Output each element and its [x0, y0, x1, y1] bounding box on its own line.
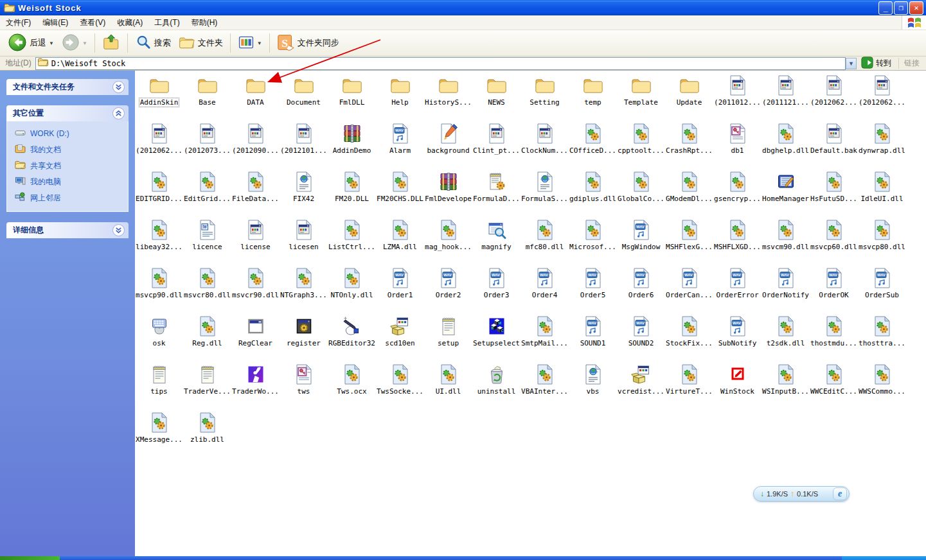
file-item[interactable]: msvcm90.dll	[761, 218, 810, 266]
file-item[interactable]: (2011121...	[761, 73, 810, 121]
file-item[interactable]: HistoryS...	[424, 73, 472, 121]
file-item[interactable]: EditGrid...	[183, 170, 231, 218]
file-item[interactable]: SmtpMail...	[521, 314, 569, 362]
file-item[interactable]: dbghelp.dll	[761, 121, 810, 170]
file-item[interactable]: FmlDevelope	[424, 170, 472, 218]
file-item[interactable]: WAVMsgWindow	[617, 218, 665, 266]
file-item[interactable]: background	[424, 121, 472, 170]
file-item[interactable]: Reg.dll	[183, 314, 231, 362]
start-button[interactable]	[0, 556, 60, 560]
file-item[interactable]: WAVOrder2	[424, 266, 472, 314]
up-button[interactable]	[98, 32, 124, 55]
file-item[interactable]: FormulaD...	[472, 170, 521, 218]
file-item[interactable]: WAVOrder6	[617, 266, 665, 314]
file-item[interactable]: TraderWo...	[231, 362, 280, 410]
file-item[interactable]: msvcr80.dll	[183, 266, 231, 314]
file-item[interactable]: MSHFlexG...	[665, 218, 713, 266]
sidebar-item-mydocs[interactable]: 我的文档	[15, 144, 125, 155]
links-label[interactable]: 链接	[898, 58, 925, 69]
panel-file-tasks-header[interactable]: 文件和文件夹任务	[6, 79, 129, 95]
file-item[interactable]: (2012101...	[280, 121, 328, 170]
file-item[interactable]: libeay32...	[135, 218, 183, 266]
file-item[interactable]: IdleUI.dll	[858, 170, 906, 218]
file-item[interactable]: (2012062...	[858, 73, 906, 121]
file-item[interactable]: db1	[713, 121, 761, 170]
file-item[interactable]: VirtureT...	[665, 362, 713, 410]
forward-button[interactable]: ▼	[58, 32, 91, 55]
file-item[interactable]: DATA	[231, 73, 280, 121]
file-item[interactable]: WAVOrder3	[472, 266, 521, 314]
file-item[interactable]: (2011012...	[713, 73, 761, 121]
file-item[interactable]: Help	[376, 73, 424, 121]
file-item[interactable]: (2012090...	[231, 121, 280, 170]
file-item[interactable]: (2012073...	[183, 121, 231, 170]
file-item[interactable]: t2sdk.dll	[761, 314, 810, 362]
file-item[interactable]: AddinSkin	[135, 73, 183, 121]
file-item[interactable]: WAVSOUND1	[569, 314, 617, 362]
file-item[interactable]: vcredist...	[617, 362, 665, 410]
sidebar-item-mycomputer[interactable]: 我的电脑	[15, 176, 125, 188]
file-item[interactable]: mfc80.dll	[521, 218, 569, 266]
file-item[interactable]: license	[231, 218, 280, 266]
file-item[interactable]: Wlicence	[183, 218, 231, 266]
file-item[interactable]: msvcp60.dll	[810, 218, 858, 266]
file-item[interactable]: TwsSocke...	[376, 362, 424, 410]
file-item[interactable]: tips	[135, 362, 183, 410]
sidebar-item-disk[interactable]: WORK (D:)	[15, 128, 125, 139]
file-item[interactable]: mag_hook...	[424, 218, 472, 266]
taskbar-middle[interactable]	[60, 556, 842, 560]
restore-button[interactable]: ❐	[894, 1, 908, 15]
file-item[interactable]: WSInputB...	[761, 362, 810, 410]
file-item[interactable]: magnify	[472, 218, 521, 266]
file-item[interactable]: Microsof...	[569, 218, 617, 266]
folders-button[interactable]: 文件夹	[175, 33, 227, 54]
file-item[interactable]: msvcr90.dll	[231, 266, 280, 314]
file-item[interactable]: FmlDLL	[328, 73, 376, 121]
file-item[interactable]: GModemDl...	[665, 170, 713, 218]
file-item[interactable]: gsencryp...	[713, 170, 761, 218]
file-item[interactable]: cpptoolt...	[617, 121, 665, 170]
file-item[interactable]: LZMA.dll	[376, 218, 424, 266]
file-item[interactable]: CrashRpt...	[665, 121, 713, 170]
sidebar-item-shareddocs[interactable]: 共享文档	[15, 160, 125, 171]
file-item[interactable]: <>FormulaS...	[521, 170, 569, 218]
file-item[interactable]: RegClear	[231, 314, 280, 362]
file-item[interactable]: NTGraph3...	[280, 266, 328, 314]
file-item[interactable]: temp	[569, 73, 617, 121]
minimize-button[interactable]: _	[878, 1, 893, 15]
file-item[interactable]: VBAInter...	[521, 362, 569, 410]
file-item[interactable]: WAVOrderCan...	[665, 266, 713, 314]
file-item[interactable]: WAVOrder5	[569, 266, 617, 314]
menu-item[interactable]: 工具(T)	[148, 15, 185, 30]
file-item[interactable]: MFCSetupselect	[472, 314, 521, 362]
panel-other-places-header[interactable]: 其它位置	[6, 105, 129, 121]
file-item[interactable]: ListCtrl...	[328, 218, 376, 266]
menu-item[interactable]: 编辑(E)	[37, 15, 74, 30]
file-item[interactable]: *WinStock	[713, 362, 761, 410]
file-item[interactable]: Base	[183, 73, 231, 121]
views-dropdown-icon[interactable]: ▼	[257, 40, 262, 46]
ie-icon[interactable]: e	[833, 487, 847, 500]
file-item[interactable]: Tws.ocx	[328, 362, 376, 410]
file-item[interactable]: TraderVe...	[183, 362, 231, 410]
go-button[interactable]: 转到	[857, 57, 896, 71]
file-item[interactable]: Document	[280, 73, 328, 121]
file-item[interactable]: AddinDemo	[328, 121, 376, 170]
file-item[interactable]: zlib.dll	[183, 410, 231, 459]
file-item[interactable]: Update	[665, 73, 713, 121]
file-item[interactable]: FileData...	[231, 170, 280, 218]
file-item[interactable]: StockFix...	[665, 314, 713, 362]
menu-item[interactable]: 查看(V)	[74, 15, 111, 30]
file-item[interactable]: GlobalCo...	[617, 170, 665, 218]
menu-item[interactable]: 帮助(H)	[186, 15, 224, 30]
file-item[interactable]: XMessage...	[135, 410, 183, 459]
file-item[interactable]: WAVOrder1	[376, 266, 424, 314]
file-item[interactable]: Template	[617, 73, 665, 121]
file-item[interactable]: NTOnly.dll	[328, 266, 376, 314]
file-item[interactable]: WAVOrderOK	[810, 266, 858, 314]
file-item[interactable]: uninstall	[472, 362, 521, 410]
file-item[interactable]: EDITGRID...	[135, 170, 183, 218]
file-item[interactable]: NEWS	[472, 73, 521, 121]
file-item[interactable]: setup	[424, 314, 472, 362]
address-input[interactable]: D:\Weisoft Stock	[35, 57, 846, 70]
